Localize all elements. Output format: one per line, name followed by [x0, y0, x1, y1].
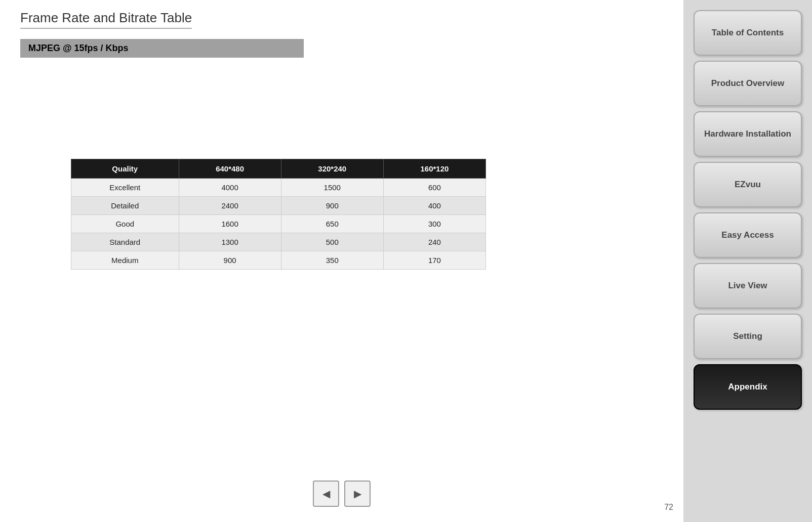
table-cell: 1300 [179, 233, 281, 251]
subtitle-bar: MJPEG @ 15fps / Kbps [20, 39, 304, 58]
next-button[interactable]: ▶ [344, 481, 371, 507]
col-640: 640*480 [179, 159, 281, 179]
col-320: 320*240 [281, 159, 383, 179]
col-quality: Quality [71, 159, 179, 179]
table-row: Excellent40001500600 [71, 179, 486, 197]
bottom-nav: ◀ ▶ [313, 481, 371, 507]
sidebar-btn-product-overview[interactable]: Product Overview [694, 61, 802, 106]
table-cell: Good [71, 215, 179, 233]
page-number: 72 [664, 503, 673, 512]
table-cell: 1600 [179, 215, 281, 233]
table-row: Medium900350170 [71, 251, 486, 270]
table-cell: Excellent [71, 179, 179, 197]
table-body: Excellent40001500600Detailed2400900400Go… [71, 179, 486, 270]
table-cell: 2400 [179, 197, 281, 215]
table-cell: 500 [281, 233, 383, 251]
sidebar-btn-appendix[interactable]: Appendix [694, 364, 802, 410]
table-cell: Detailed [71, 197, 179, 215]
table-cell: 400 [383, 197, 485, 215]
table-header: Quality 640*480 320*240 160*120 [71, 159, 486, 179]
sidebar-btn-setting[interactable]: Setting [694, 314, 802, 359]
page-title: Frame Rate and Bitrate Table [20, 10, 192, 29]
table-row: Standard1300500240 [71, 233, 486, 251]
col-160: 160*120 [383, 159, 485, 179]
table-cell: 300 [383, 215, 485, 233]
table-cell: Standard [71, 233, 179, 251]
table-cell: 900 [179, 251, 281, 270]
table-cell: 600 [383, 179, 485, 197]
table-cell: 4000 [179, 179, 281, 197]
table-cell: Medium [71, 251, 179, 270]
table-cell: 170 [383, 251, 485, 270]
table-cell: 900 [281, 197, 383, 215]
table-row: Detailed2400900400 [71, 197, 486, 215]
table-row: Good1600650300 [71, 215, 486, 233]
sidebar-btn-easy-access[interactable]: Easy Access [694, 212, 802, 258]
sidebar: Table of ContentsProduct OverviewHardwar… [683, 0, 812, 522]
sidebar-btn-hardware-installation[interactable]: Hardware Installation [694, 111, 802, 157]
table-cell: 240 [383, 233, 485, 251]
table-cell: 350 [281, 251, 383, 270]
sidebar-btn-ezvuu[interactable]: EZvuu [694, 162, 802, 207]
table-wrapper: Quality 640*480 320*240 160*120 Excellen… [71, 159, 663, 270]
main-content: Frame Rate and Bitrate Table MJPEG @ 15f… [0, 0, 683, 522]
table-cell: 650 [281, 215, 383, 233]
table-cell: 1500 [281, 179, 383, 197]
sidebar-btn-live-view[interactable]: Live View [694, 263, 802, 309]
bitrate-table: Quality 640*480 320*240 160*120 Excellen… [71, 159, 486, 270]
prev-button[interactable]: ◀ [313, 481, 339, 507]
sidebar-btn-table-of-contents[interactable]: Table of Contents [694, 10, 802, 56]
